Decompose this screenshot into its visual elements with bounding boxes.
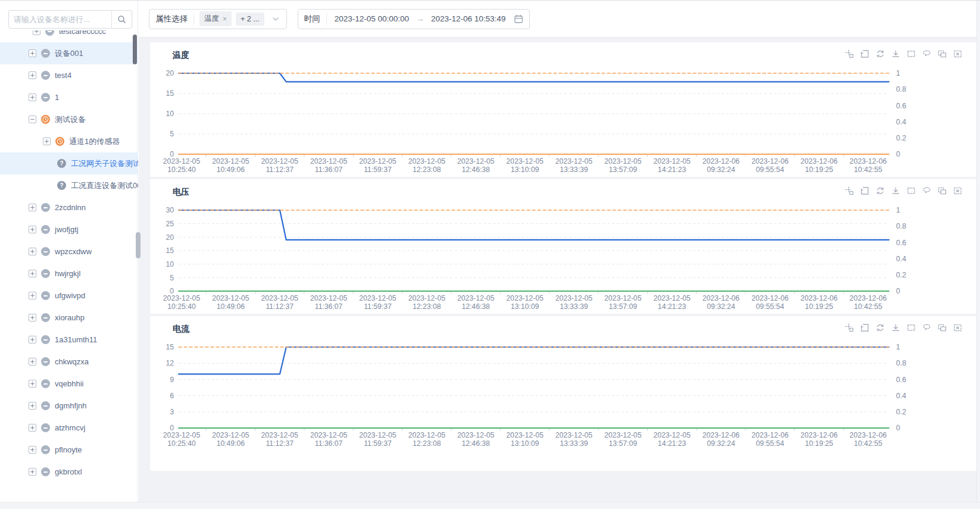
expander-plus-icon[interactable]: [29, 248, 36, 255]
tree-item[interactable]: 通道1的传感器: [0, 130, 138, 152]
x-axis-time-label: 11:59:37: [364, 165, 392, 174]
tree-item[interactable]: dgmhfjnh: [0, 395, 138, 417]
tree-item[interactable]: wpzcxdww: [0, 241, 138, 263]
search-input[interactable]: [9, 15, 111, 24]
tree-item-label: dgmhfjnh: [55, 401, 86, 410]
expander-minus-icon[interactable]: [29, 115, 36, 123]
minus-circle-icon: [41, 291, 50, 300]
x-axis-time-label: 11:36:07: [315, 302, 343, 311]
expander-plus-icon[interactable]: [29, 358, 36, 366]
tree-item[interactable]: test4: [0, 64, 138, 86]
expander-plus-icon[interactable]: [29, 380, 36, 388]
y-axis-tick-label: 20: [166, 233, 174, 242]
expander-plus-icon[interactable]: [29, 93, 36, 101]
minus-circle-icon: [41, 225, 50, 234]
expander-plus-icon[interactable]: [29, 336, 36, 344]
tree-item[interactable]: pflnoyte: [0, 439, 138, 461]
x-axis-date-label: 2023-12-06: [751, 157, 789, 165]
x-axis-time-label: 09:32:24: [707, 302, 735, 311]
tree-item[interactable]: xiorauhp: [0, 307, 138, 329]
tree-item[interactable]: jwofjgtj: [0, 218, 138, 241]
expander-plus-icon[interactable]: [29, 204, 36, 211]
minus-circle-icon: [41, 49, 50, 58]
tree-item-label: 1a31umth11: [55, 335, 97, 344]
x-axis-time-label: 13:57:09: [609, 302, 638, 311]
x-axis-date-label: 2023-12-05: [310, 294, 348, 302]
tree-item-label: 工况直连设备测试001: [71, 180, 138, 191]
window-scrollbar-track-vertical[interactable]: [976, 1, 980, 509]
tree-item[interactable]: hwjrgkjl: [0, 263, 138, 285]
window-scrollbar-track-horizontal[interactable]: [0, 502, 980, 509]
chevron-down-icon[interactable]: [271, 14, 280, 24]
x-axis-date-label: 2023-12-05: [506, 431, 544, 439]
attribute-select-box[interactable]: 属性选择 温度×+ 2 ...: [149, 9, 287, 29]
expander-plus-icon[interactable]: [29, 446, 36, 454]
tree-item[interactable]: 测试设备: [0, 108, 138, 130]
x-axis-date-label: 2023-12-05: [310, 431, 348, 439]
tree-item[interactable]: 2zcdnlnn: [0, 196, 138, 218]
tree-item[interactable]: 1a31umth11: [0, 329, 138, 351]
x-axis-date-label: 2023-12-05: [555, 431, 593, 439]
expander-plus-icon[interactable]: [29, 71, 36, 79]
y-axis-tick-label: 5: [170, 274, 174, 282]
x-axis-date-label: 2023-12-06: [703, 157, 740, 165]
expander-plus-icon[interactable]: [29, 402, 36, 410]
range-arrow-icon: →: [411, 14, 429, 23]
panel-footer: [150, 451, 976, 471]
y2-axis-tick-label: 0.2: [896, 271, 906, 279]
expander-plus-icon[interactable]: [43, 138, 51, 145]
tree-item[interactable]: 1: [0, 86, 138, 108]
attribute-tag[interactable]: 温度×: [199, 11, 232, 26]
expander-plus-icon[interactable]: [29, 270, 36, 277]
calendar-icon[interactable]: [514, 14, 523, 24]
expander-plus-icon[interactable]: [33, 30, 40, 35]
tree-item-label: xiorauhp: [55, 313, 85, 322]
minus-circle-icon: [41, 313, 50, 322]
expander-plus-icon[interactable]: [29, 468, 36, 476]
y2-axis-tick-label: 0.8: [896, 222, 906, 230]
attribute-tag[interactable]: + 2 ...: [236, 13, 264, 26]
tag-close-icon[interactable]: ×: [223, 15, 227, 23]
splitter-handle[interactable]: [136, 232, 141, 258]
series-line-电流: [179, 347, 889, 374]
search-button[interactable]: [112, 11, 132, 28]
chart-plot[interactable]: 30252015105010.80.60.40.202023-12-0510:2…: [150, 179, 976, 314]
tree-item-label: 通道1的传感器: [69, 136, 120, 147]
chart-plot[interactable]: 1512963010.80.60.40.202023-12-0510:25:40…: [150, 316, 976, 451]
x-axis-time-label: 12:23:08: [413, 165, 441, 174]
tree-item-label: pflnoyte: [55, 445, 82, 454]
tree-item[interactable]: ufgwivpd: [0, 285, 138, 307]
expander-plus-icon[interactable]: [29, 424, 36, 432]
y-axis-tick-label: 5: [170, 130, 174, 138]
chart-card-3: 电流1512963010.80.60.40.202023-12-0510:25:…: [150, 316, 976, 451]
sidebar-scrollbar-thumb[interactable]: [133, 35, 137, 64]
tree-item[interactable]: vqebhhii: [0, 373, 138, 395]
x-axis-date-label: 2023-12-05: [212, 431, 249, 439]
x-axis-date-label: 2023-12-05: [261, 431, 299, 439]
x-axis-date-label: 2023-12-05: [653, 431, 691, 439]
y-axis-tick-label: 15: [166, 343, 174, 351]
y2-axis-tick-label: 1: [896, 206, 900, 214]
tree-item[interactable]: atzhmcvj: [0, 417, 138, 439]
tree-item[interactable]: ?工况直连设备测试001: [0, 174, 138, 196]
tree-item[interactable]: ?工况网关子设备测试001: [0, 152, 138, 174]
tree-item-label: wpzcxdww: [55, 247, 92, 256]
expander-plus-icon[interactable]: [29, 314, 36, 321]
chart-plot[interactable]: 2015105010.80.60.40.202023-12-0510:25:40…: [150, 42, 976, 177]
tree-item[interactable]: 设备001: [0, 42, 138, 64]
expander-plus-icon[interactable]: [29, 49, 36, 57]
time-end-value[interactable]: 2023-12-06 10:53:49: [429, 14, 508, 23]
attribute-divider: [193, 13, 194, 25]
x-axis-time-label: 13:33:39: [560, 439, 588, 448]
x-axis-time-label: 12:23:08: [413, 439, 441, 448]
tree-item[interactable]: chkwqzxa: [0, 351, 138, 373]
time-start-value[interactable]: 2023-12-05 00:00:00: [332, 14, 411, 23]
x-axis-time-label: 09:55:54: [756, 302, 785, 311]
time-range-picker[interactable]: 时间 2023-12-05 00:00:00 → 2023-12-06 10:5…: [298, 9, 530, 29]
expander-plus-icon[interactable]: [29, 292, 36, 299]
tree-item[interactable]: gkbrotxl: [0, 461, 138, 478]
expander-plus-icon[interactable]: [29, 226, 36, 233]
y-axis-tick-label: 20: [166, 69, 174, 77]
tree-item[interactable]: testcareccccc: [0, 30, 138, 42]
attribute-tag-label: 温度: [204, 14, 219, 24]
